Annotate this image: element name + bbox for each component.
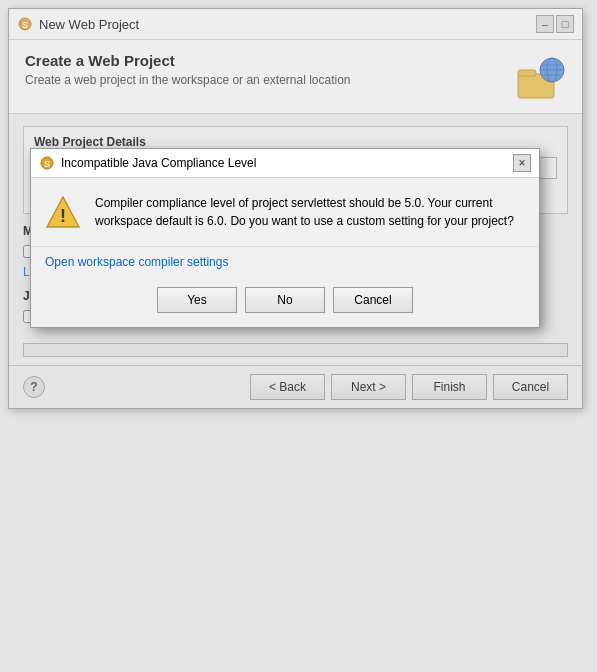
dialog-close-button[interactable]: ×	[513, 154, 531, 172]
dialog-title-bar: S Incompatible Java Compliance Level ×	[31, 149, 539, 178]
dialog-no-button[interactable]: No	[245, 287, 325, 313]
svg-text:!: !	[60, 206, 66, 226]
dialog-icon: S	[39, 155, 55, 171]
warning-icon: !	[45, 194, 81, 230]
dialog-message: Compiler compliance level of project ser…	[95, 194, 525, 230]
svg-text:S: S	[44, 159, 50, 169]
dialog-cancel-button[interactable]: Cancel	[333, 287, 413, 313]
dialog-yes-button[interactable]: Yes	[157, 287, 237, 313]
incompatible-java-dialog: S Incompatible Java Compliance Level × !…	[30, 148, 540, 328]
dialog-buttons: Yes No Cancel	[31, 277, 539, 327]
workspace-compiler-link[interactable]: Open workspace compiler settings	[31, 246, 539, 277]
dialog-title: Incompatible Java Compliance Level	[61, 156, 507, 170]
dialog-body: ! Compiler compliance level of project s…	[31, 178, 539, 246]
dialog-overlay	[0, 0, 597, 672]
